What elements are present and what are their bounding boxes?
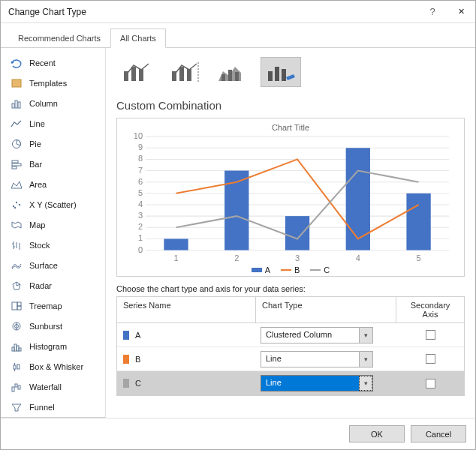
chevron-down-icon: ▾ (359, 352, 372, 367)
svg-rect-40 (131, 67, 136, 81)
svg-rect-3 (18, 102, 20, 108)
combo-subtype-row (116, 57, 465, 87)
ok-button[interactable]: OK (349, 425, 405, 442)
waterfall-icon (10, 381, 23, 393)
series-b-secondary-axis-checkbox[interactable] (426, 354, 435, 364)
scatter-icon (10, 199, 23, 211)
combo-subtype-1[interactable] (116, 57, 157, 87)
tab-recommended[interactable]: Recommended Charts (8, 28, 110, 48)
svg-text:1: 1 (173, 254, 178, 262)
sidebar-item-line[interactable]: Line (1, 113, 105, 134)
svg-text:4: 4 (138, 200, 143, 208)
stock-icon (10, 239, 23, 251)
svg-rect-2 (15, 100, 17, 108)
series-b-type-dropdown[interactable]: Line▾ (261, 351, 373, 368)
combo-subtype-3[interactable] (212, 57, 253, 87)
sidebar-item-waterfall[interactable]: Waterfall (1, 376, 105, 397)
series-row-b[interactable]: B Line▾ (117, 347, 464, 371)
series-a-secondary-axis-checkbox[interactable] (426, 330, 435, 340)
legend-a: A (252, 266, 270, 274)
series-table: Series Name Chart Type Secondary Axis A … (116, 296, 465, 396)
col-header-type: Chart Type (256, 297, 396, 322)
svg-rect-79 (164, 238, 188, 250)
series-config-desc: Choose the chart type and axis for your … (116, 284, 465, 293)
chart-preview: Chart Title 01234567891012345 A B C (116, 118, 465, 277)
sidebar-item-area[interactable]: Area (1, 174, 105, 194)
svg-rect-6 (12, 164, 21, 166)
svg-text:2: 2 (234, 254, 239, 262)
sidebar-item-funnel[interactable]: Funnel (1, 397, 105, 417)
sidebar-item-sunburst[interactable]: Sunburst (1, 316, 105, 336)
combo-subtype-1-icon (121, 61, 152, 83)
svg-rect-43 (179, 67, 184, 81)
combo-subtype-custom[interactable] (261, 57, 301, 87)
series-b-chip (123, 355, 129, 364)
series-c-type-dropdown[interactable]: Line▾ (261, 375, 373, 392)
cancel-button[interactable]: Cancel (411, 425, 466, 442)
svg-rect-34 (12, 387, 14, 392)
histogram-icon (10, 340, 23, 352)
section-title: Custom Combination (116, 99, 465, 112)
chart-svg: 01234567891012345 (125, 134, 456, 264)
sidebar-item-bar[interactable]: Bar (1, 154, 105, 174)
svg-rect-46 (221, 74, 225, 81)
svg-rect-21 (17, 302, 21, 306)
svg-rect-22 (17, 306, 21, 310)
svg-rect-1 (12, 104, 14, 108)
close-icon: ✕ (458, 7, 465, 16)
surface-icon (10, 260, 23, 272)
combo-subtype-2[interactable] (164, 57, 205, 87)
sidebar-item-pie[interactable]: Pie (1, 134, 105, 154)
svg-rect-0 (12, 80, 21, 87)
svg-text:5: 5 (416, 254, 420, 262)
series-row-c[interactable]: C Line▾ (117, 371, 464, 395)
sidebar-item-map[interactable]: Map (1, 214, 105, 235)
tab-strip: Recommended Charts All Charts (1, 23, 475, 48)
svg-rect-47 (228, 70, 232, 81)
bar-icon (10, 158, 23, 170)
sidebar-item-stock[interactable]: Stock (1, 235, 105, 255)
column-icon (10, 98, 23, 110)
dialog-footer: OK Cancel (1, 418, 475, 449)
series-c-secondary-axis-checkbox[interactable] (426, 379, 435, 388)
svg-text:0: 0 (138, 245, 143, 254)
chart-legend: A B C (125, 266, 456, 274)
col-header-name: Series Name (117, 297, 256, 322)
map-icon (10, 219, 23, 231)
sunburst-icon (10, 320, 23, 332)
sidebar-item-recent[interactable]: Recent (1, 52, 105, 73)
svg-rect-48 (235, 72, 239, 81)
svg-point-9 (16, 201, 17, 202)
sidebar-item-radar[interactable]: Radar (1, 275, 105, 296)
close-button[interactable]: ✕ (447, 1, 475, 23)
help-button[interactable]: ? (418, 1, 447, 23)
sidebar-item-surface[interactable]: Surface (1, 255, 105, 275)
svg-rect-41 (139, 69, 143, 81)
svg-rect-33 (17, 364, 20, 369)
sidebar-item-templates[interactable]: Templates (1, 73, 105, 93)
tab-all-charts[interactable]: All Charts (110, 28, 166, 48)
sidebar-item-scatter[interactable]: X Y (Scatter) (1, 194, 105, 214)
combo-subtype-2-icon (169, 61, 200, 83)
legend-c: C (310, 266, 330, 274)
sidebar-item-histogram[interactable]: Histogram (1, 336, 105, 356)
chart-title: Chart Title (125, 123, 456, 132)
svg-point-10 (19, 203, 20, 205)
sidebar-item-treemap[interactable]: Treemap (1, 296, 105, 316)
svg-rect-44 (187, 69, 191, 81)
change-chart-type-dialog: Change Chart Type ? ✕ Recommended Charts… (0, 0, 476, 450)
dialog-title: Change Chart Type (8, 7, 418, 17)
svg-rect-29 (19, 348, 21, 351)
sidebar-item-box-whisker[interactable]: Box & Whisker (1, 356, 105, 376)
svg-text:8: 8 (138, 154, 143, 163)
svg-rect-81 (285, 216, 309, 250)
svg-rect-30 (14, 365, 16, 369)
svg-rect-20 (12, 302, 17, 310)
funnel-icon (10, 401, 23, 413)
templates-icon (10, 77, 23, 89)
sidebar-item-column[interactable]: Column (1, 93, 105, 113)
series-row-a[interactable]: A Clustered Column▾ (117, 323, 464, 347)
recent-icon (10, 57, 23, 69)
series-a-type-dropdown[interactable]: Clustered Column▾ (261, 327, 373, 344)
svg-rect-50 (275, 67, 279, 81)
